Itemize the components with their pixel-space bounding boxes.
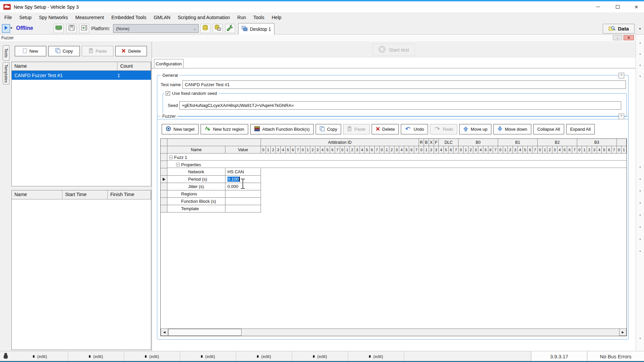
tree-cell-value[interactable] [225, 198, 261, 205]
grid-col-value[interactable]: Value [225, 146, 261, 154]
grid-col-name[interactable]: Name [167, 146, 225, 154]
new-test-button[interactable]: New [15, 46, 46, 56]
new-fuzz-region-button[interactable]: New fuzz region [201, 124, 248, 134]
data-dropdown-arrow[interactable]: ▾ [637, 24, 643, 34]
tree-cell-name[interactable]: Network [167, 168, 225, 176]
options-tool-button[interactable] [225, 24, 235, 33]
database-save-tool-button[interactable] [213, 24, 223, 33]
use-fixed-seed-checkbox[interactable]: ✓ [166, 91, 170, 96]
app-icon [3, 4, 11, 10]
platform-select[interactable]: (None)⌄ [113, 24, 199, 33]
menu-spy-networks[interactable]: Spy Networks [35, 12, 71, 22]
copy-button[interactable]: Copy [316, 124, 341, 134]
delete-icon [376, 127, 380, 132]
run-dropdown-arrow[interactable]: ▾ [10, 26, 12, 30]
row-gutter-cell[interactable] [161, 190, 167, 198]
move-up-button[interactable]: Move up [459, 124, 491, 134]
delete-button[interactable]: Delete [372, 124, 399, 134]
paste-button[interactable]: Paste [343, 124, 369, 134]
attach-function-block-s-button[interactable]: Attach Function Block(s) [250, 124, 314, 134]
runs-col-name[interactable]: Name [12, 190, 62, 199]
runs-col-start-time[interactable]: Start Time [62, 190, 107, 199]
tests-col-name[interactable]: Name [12, 62, 117, 70]
tree-cell-name[interactable]: Regions [167, 190, 225, 198]
save-tool-button[interactable] [66, 24, 76, 33]
seed-input[interactable]: +gEfisHuNagCLcyeXArH8spUWa91TJ+VAqeHr7kG… [179, 101, 621, 110]
runs-col-finish-time[interactable]: Finish Time [108, 190, 151, 199]
row-gutter-cell[interactable] [161, 183, 167, 190]
tests-col-count[interactable]: Count [117, 62, 151, 70]
menu-setup[interactable]: Setup [16, 12, 36, 22]
dock-dot [640, 167, 641, 168]
new-test-button-label: New [29, 49, 38, 54]
close-button[interactable]: ✕ [629, 1, 644, 12]
panel-close-button[interactable]: ✕ [624, 35, 634, 40]
undo-button[interactable]: Undo [401, 124, 428, 134]
minimize-button[interactable] [590, 1, 606, 12]
menu-embedded-tools[interactable]: Embedded Tools [108, 12, 150, 22]
menu-file[interactable]: File [1, 12, 16, 22]
tree-cell-name[interactable]: Function Block (s) [167, 198, 225, 205]
start-test-button[interactable]: Start test [373, 44, 415, 56]
bit-header-cell: 0 [340, 146, 345, 154]
menu-tools[interactable]: Tools [250, 12, 268, 22]
menu-gmlan[interactable]: GMLAN [150, 12, 174, 22]
row-gutter-cell[interactable] [161, 154, 167, 161]
row-gutter-cell[interactable] [161, 205, 167, 213]
tree-cell-name[interactable]: Jitter (s) [167, 183, 225, 190]
menu-help[interactable]: Help [268, 12, 285, 22]
ecu-tool-button[interactable] [54, 24, 64, 33]
tab-configuration[interactable]: Configuration [154, 59, 183, 68]
test-name-input[interactable]: CANFD Fuzzer Test #1 [182, 80, 626, 89]
bit-header-cell: 5 [325, 146, 330, 154]
menu-measurement[interactable]: Measurement [72, 12, 108, 22]
titlebar: New Spy Setup - Vehicle Spy 3 ✕ [0, 1, 644, 12]
menu-run[interactable]: Run [234, 12, 250, 22]
fuzzer-collapse-button[interactable]: ^ [619, 114, 624, 119]
run-play-icon [4, 25, 8, 32]
row-gutter-cell[interactable] [161, 161, 167, 168]
row-gutter-cell[interactable] [161, 176, 167, 183]
tree-row-properties[interactable]: Properties [176, 161, 201, 168]
data-button[interactable]: Data [603, 24, 635, 34]
collapse-all-button[interactable]: Collapse All [533, 124, 564, 134]
side-tab-templates[interactable]: Templates [3, 62, 9, 84]
hscroll-thumb[interactable] [168, 329, 241, 336]
platform-value: (None) [116, 26, 129, 31]
expand-all-button[interactable]: Expand All [566, 124, 595, 134]
test-row-selected[interactable]: CANFD Fuzzer Test #1 1 [12, 71, 151, 80]
import-tool-button[interactable] [79, 24, 89, 33]
hscroll-right-button[interactable]: ▶ [619, 328, 627, 336]
maximize-button[interactable] [610, 1, 625, 12]
tree-row-fuzz-1[interactable]: Fuzz 1 [169, 154, 187, 161]
row-gutter-cell[interactable] [161, 168, 167, 176]
bit-header-cell: 6 [409, 146, 414, 154]
general-collapse-button[interactable]: ^ [619, 73, 624, 78]
hscroll-left-button[interactable]: ◀ [161, 328, 168, 336]
tree-cell-value[interactable]: HS CAN [225, 168, 261, 176]
expander-minus-icon[interactable] [169, 156, 173, 159]
row-gutter-cell[interactable] [161, 198, 167, 205]
delete-test-button[interactable]: Delete [115, 46, 147, 56]
database-tool-button[interactable] [200, 24, 210, 33]
panel-minimize-button[interactable]: ⌄ [613, 35, 622, 40]
bit-header-cell: 7 [572, 146, 577, 154]
redo-button[interactable]: Redo [430, 124, 457, 134]
tree-cell-name[interactable]: Period (s) [167, 176, 225, 183]
copy-test-button[interactable]: Copy [48, 46, 80, 56]
side-tab-tests-label: Tests [4, 48, 8, 58]
bit-header-cell: 5 [365, 146, 370, 154]
tab-desktop-1[interactable]: Desktop 1 [238, 23, 274, 35]
tree-cell-value[interactable] [225, 190, 261, 198]
menu-scripting-and-automation[interactable]: Scripting and Automation [174, 12, 234, 22]
expander-minus-icon[interactable] [176, 163, 180, 167]
bit-header-cell: 1 [543, 146, 548, 154]
tree-cell-value[interactable] [225, 205, 261, 213]
new-target-button[interactable]: New target [162, 124, 199, 134]
bit-header-cell: 1 [345, 146, 350, 154]
paste-test-button[interactable]: Paste [82, 46, 113, 56]
run-button[interactable] [2, 24, 10, 33]
tree-cell-name[interactable]: Template [167, 205, 225, 213]
side-tab-tests[interactable]: Tests [3, 45, 9, 61]
move-down-button[interactable]: Move down [493, 124, 531, 134]
